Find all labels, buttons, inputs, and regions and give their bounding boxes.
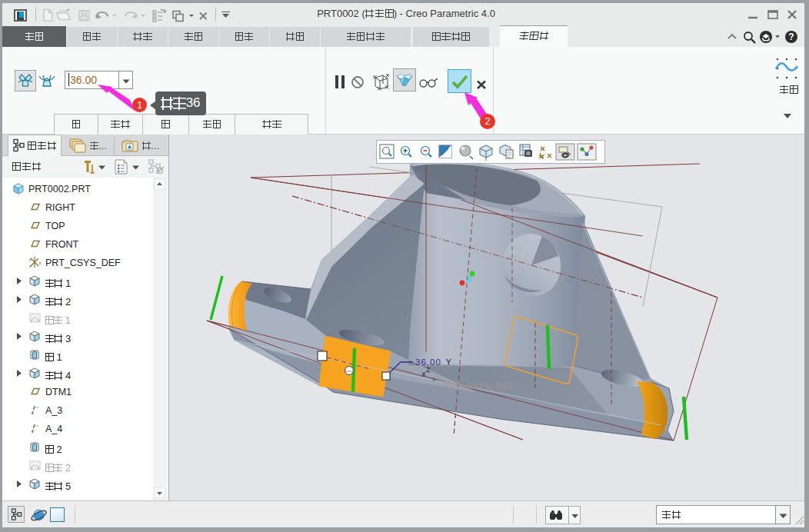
svg-text:Z: Z bbox=[426, 366, 431, 374]
svg-text:RIGHT: RIGHT bbox=[45, 202, 75, 213]
svg-text:?: ? bbox=[788, 32, 794, 42]
svg-text:FRONT: FRONT bbox=[45, 239, 78, 250]
svg-text:TOP: TOP bbox=[45, 221, 65, 231]
svg-text:A_3: A_3 bbox=[45, 405, 62, 416]
svg-text:DTM1: DTM1 bbox=[45, 387, 72, 397]
svg-text:X: X bbox=[421, 371, 426, 378]
svg-text:PRT0002.PRT: PRT0002.PRT bbox=[28, 184, 91, 195]
svg-text:PRT_CSYS_DEF: PRT_CSYS_DEF bbox=[45, 258, 121, 268]
svg-text:PRT_CSYS_DEF: PRT_CSYS_DEF bbox=[443, 382, 514, 391]
svg-text:A_4: A_4 bbox=[45, 424, 62, 434]
svg-text:Y: Y bbox=[446, 358, 451, 367]
